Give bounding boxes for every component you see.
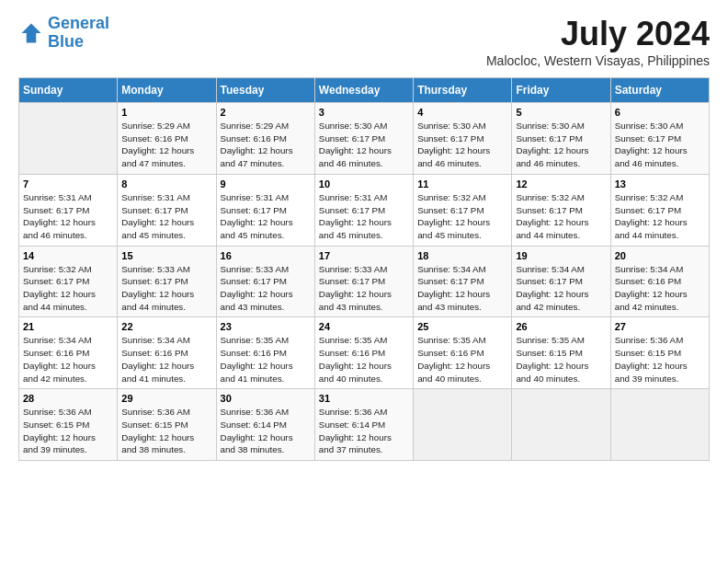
day-number: 2 <box>221 107 311 118</box>
day-number: 29 <box>121 393 211 404</box>
calendar-cell: 16Sunrise: 5:33 AM Sunset: 6:17 PM Dayli… <box>216 246 314 317</box>
logo: General Blue <box>18 15 109 52</box>
calendar-cell: 17Sunrise: 5:33 AM Sunset: 6:17 PM Dayli… <box>314 246 413 317</box>
header-day: Monday <box>118 78 216 103</box>
calendar-cell: 30Sunrise: 5:36 AM Sunset: 6:14 PM Dayli… <box>216 389 314 461</box>
calendar-cell: 18Sunrise: 5:34 AM Sunset: 6:17 PM Dayli… <box>414 246 512 317</box>
calendar-cell <box>414 389 512 461</box>
day-info: Sunrise: 5:35 AM Sunset: 6:16 PM Dayligh… <box>221 334 311 385</box>
day-info: Sunrise: 5:32 AM Sunset: 6:17 PM Dayligh… <box>417 191 507 242</box>
day-number: 6 <box>615 107 705 118</box>
day-number: 8 <box>121 178 211 190</box>
day-info: Sunrise: 5:30 AM Sunset: 6:17 PM Dayligh… <box>319 120 409 170</box>
header: General Blue July 2024 Malocloc, Western… <box>18 15 710 68</box>
day-info: Sunrise: 5:36 AM Sunset: 6:15 PM Dayligh… <box>121 406 211 456</box>
day-number: 31 <box>319 393 409 404</box>
day-number: 17 <box>319 250 409 261</box>
day-number: 11 <box>417 178 507 190</box>
day-info: Sunrise: 5:32 AM Sunset: 6:17 PM Dayligh… <box>615 191 705 242</box>
calendar-cell: 3Sunrise: 5:30 AM Sunset: 6:17 PM Daylig… <box>314 103 413 175</box>
day-number: 19 <box>516 250 606 261</box>
day-number: 7 <box>23 178 113 190</box>
day-number: 9 <box>221 178 311 190</box>
day-info: Sunrise: 5:29 AM Sunset: 6:16 PM Dayligh… <box>121 120 211 170</box>
day-info: Sunrise: 5:33 AM Sunset: 6:17 PM Dayligh… <box>121 263 211 314</box>
calendar-cell: 2Sunrise: 5:29 AM Sunset: 6:16 PM Daylig… <box>216 103 314 175</box>
calendar-cell: 23Sunrise: 5:35 AM Sunset: 6:16 PM Dayli… <box>216 317 314 389</box>
calendar-cell: 29Sunrise: 5:36 AM Sunset: 6:15 PM Dayli… <box>118 389 216 461</box>
day-info: Sunrise: 5:34 AM Sunset: 6:17 PM Dayligh… <box>417 263 507 314</box>
day-number: 23 <box>221 321 311 332</box>
day-info: Sunrise: 5:31 AM Sunset: 6:17 PM Dayligh… <box>121 191 211 242</box>
day-number: 26 <box>516 321 606 332</box>
calendar-cell: 6Sunrise: 5:30 AM Sunset: 6:17 PM Daylig… <box>610 103 709 175</box>
calendar-cell: 4Sunrise: 5:30 AM Sunset: 6:17 PM Daylig… <box>414 103 512 175</box>
day-info: Sunrise: 5:32 AM Sunset: 6:17 PM Dayligh… <box>516 191 606 242</box>
svg-marker-0 <box>22 23 41 42</box>
day-info: Sunrise: 5:29 AM Sunset: 6:16 PM Dayligh… <box>221 120 311 170</box>
calendar-cell: 13Sunrise: 5:32 AM Sunset: 6:17 PM Dayli… <box>610 174 709 246</box>
header-row: SundayMondayTuesdayWednesdayThursdayFrid… <box>19 78 710 103</box>
calendar-cell: 12Sunrise: 5:32 AM Sunset: 6:17 PM Dayli… <box>512 174 610 246</box>
header-day: Tuesday <box>216 78 314 103</box>
calendar-cell: 21Sunrise: 5:34 AM Sunset: 6:16 PM Dayli… <box>19 317 118 389</box>
day-info: Sunrise: 5:31 AM Sunset: 6:17 PM Dayligh… <box>319 191 409 242</box>
calendar-week: 7Sunrise: 5:31 AM Sunset: 6:17 PM Daylig… <box>19 174 710 246</box>
day-number: 25 <box>417 321 507 332</box>
day-number: 22 <box>121 321 211 332</box>
day-info: Sunrise: 5:30 AM Sunset: 6:17 PM Dayligh… <box>516 120 606 170</box>
day-info: Sunrise: 5:36 AM Sunset: 6:14 PM Dayligh… <box>221 406 311 456</box>
calendar-week: 1Sunrise: 5:29 AM Sunset: 6:16 PM Daylig… <box>19 103 710 175</box>
calendar-cell: 27Sunrise: 5:36 AM Sunset: 6:15 PM Dayli… <box>610 317 709 389</box>
calendar-cell: 1Sunrise: 5:29 AM Sunset: 6:16 PM Daylig… <box>118 103 216 175</box>
day-number: 21 <box>23 321 113 332</box>
calendar-cell: 20Sunrise: 5:34 AM Sunset: 6:16 PM Dayli… <box>610 246 709 317</box>
day-info: Sunrise: 5:31 AM Sunset: 6:17 PM Dayligh… <box>221 191 311 242</box>
logo-icon <box>18 20 44 46</box>
title-area: July 2024 Malocloc, Western Visayas, Phi… <box>486 15 710 68</box>
calendar-cell: 14Sunrise: 5:32 AM Sunset: 6:17 PM Dayli… <box>19 246 118 317</box>
main-title: July 2024 <box>486 15 710 53</box>
day-info: Sunrise: 5:34 AM Sunset: 6:16 PM Dayligh… <box>23 334 113 385</box>
day-info: Sunrise: 5:35 AM Sunset: 6:16 PM Dayligh… <box>417 334 507 385</box>
day-number: 12 <box>516 178 606 190</box>
header-day: Sunday <box>19 78 118 103</box>
day-number: 5 <box>516 107 606 118</box>
day-info: Sunrise: 5:33 AM Sunset: 6:17 PM Dayligh… <box>319 263 409 314</box>
calendar-cell: 25Sunrise: 5:35 AM Sunset: 6:16 PM Dayli… <box>414 317 512 389</box>
day-number: 27 <box>615 321 705 332</box>
day-number: 10 <box>319 178 409 190</box>
day-number: 30 <box>221 393 311 404</box>
day-number: 18 <box>417 250 507 261</box>
day-number: 20 <box>615 250 705 261</box>
day-info: Sunrise: 5:34 AM Sunset: 6:16 PM Dayligh… <box>121 334 211 385</box>
day-info: Sunrise: 5:30 AM Sunset: 6:17 PM Dayligh… <box>417 120 507 170</box>
day-number: 14 <box>23 250 113 261</box>
day-number: 13 <box>615 178 705 190</box>
day-number: 4 <box>417 107 507 118</box>
calendar-week: 14Sunrise: 5:32 AM Sunset: 6:17 PM Dayli… <box>19 246 710 317</box>
header-day: Saturday <box>610 78 709 103</box>
calendar-table: SundayMondayTuesdayWednesdayThursdayFrid… <box>18 77 710 461</box>
calendar-cell: 22Sunrise: 5:34 AM Sunset: 6:16 PM Dayli… <box>118 317 216 389</box>
day-number: 1 <box>121 107 211 118</box>
calendar-cell: 9Sunrise: 5:31 AM Sunset: 6:17 PM Daylig… <box>216 174 314 246</box>
day-info: Sunrise: 5:35 AM Sunset: 6:16 PM Dayligh… <box>319 334 409 385</box>
day-info: Sunrise: 5:36 AM Sunset: 6:15 PM Dayligh… <box>23 406 113 456</box>
calendar-cell <box>19 103 118 175</box>
calendar-cell: 19Sunrise: 5:34 AM Sunset: 6:17 PM Dayli… <box>512 246 610 317</box>
logo-line2: Blue <box>48 32 84 51</box>
day-number: 16 <box>221 250 311 261</box>
calendar-cell <box>610 389 709 461</box>
day-info: Sunrise: 5:36 AM Sunset: 6:14 PM Dayligh… <box>319 406 409 456</box>
day-info: Sunrise: 5:31 AM Sunset: 6:17 PM Dayligh… <box>23 191 113 242</box>
calendar-cell: 8Sunrise: 5:31 AM Sunset: 6:17 PM Daylig… <box>118 174 216 246</box>
day-number: 3 <box>319 107 409 118</box>
calendar-cell: 10Sunrise: 5:31 AM Sunset: 6:17 PM Dayli… <box>314 174 413 246</box>
day-info: Sunrise: 5:34 AM Sunset: 6:17 PM Dayligh… <box>516 263 606 314</box>
calendar-cell: 15Sunrise: 5:33 AM Sunset: 6:17 PM Dayli… <box>118 246 216 317</box>
header-day: Friday <box>512 78 610 103</box>
subtitle: Malocloc, Western Visayas, Philippines <box>486 53 710 68</box>
day-info: Sunrise: 5:32 AM Sunset: 6:17 PM Dayligh… <box>23 263 113 314</box>
day-info: Sunrise: 5:34 AM Sunset: 6:16 PM Dayligh… <box>615 263 705 314</box>
